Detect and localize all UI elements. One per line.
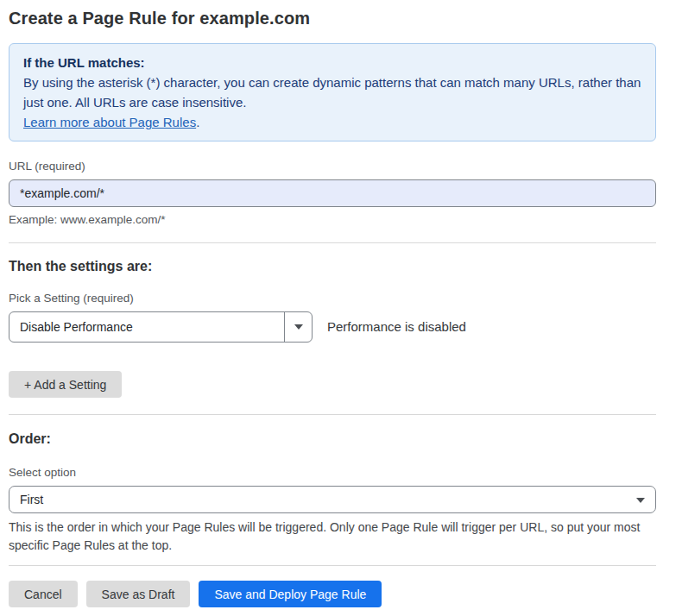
setting-status-text: Performance is disabled [327, 319, 466, 334]
url-field-label: URL (required) [9, 160, 656, 173]
pick-setting-label: Pick a Setting (required) [9, 292, 656, 305]
url-match-info-box: If the URL matches: By using the asteris… [9, 43, 656, 141]
order-helper-text: This is the order in which your Page Rul… [9, 519, 656, 555]
order-section-heading: Order: [9, 431, 656, 447]
save-and-deploy-button[interactable]: Save and Deploy Page Rule [199, 581, 382, 607]
setting-row: Disable Performance Performance is disab… [9, 311, 656, 343]
chevron-down-icon [636, 498, 645, 503]
url-input[interactable] [9, 179, 656, 207]
order-select-value: First [9, 493, 655, 506]
learn-more-page-rules-link[interactable]: Learn more about Page Rules [23, 115, 196, 129]
add-setting-button[interactable]: + Add a Setting [9, 371, 122, 398]
cancel-button[interactable]: Cancel [9, 581, 78, 607]
setting-select-value: Disable Performance [9, 320, 284, 334]
page-title: Create a Page Rule for example.com [9, 9, 656, 28]
divider-before-footer [9, 565, 656, 566]
setting-select[interactable]: Disable Performance [9, 311, 313, 343]
divider-after-settings [9, 414, 656, 415]
setting-select-arrow-cell[interactable] [284, 312, 312, 342]
info-box-heading: If the URL matches: [23, 53, 641, 72]
order-select[interactable]: First [9, 486, 656, 513]
info-box-body: By using the asterisk (*) character, you… [23, 72, 641, 112]
link-suffix-period: . [196, 115, 199, 129]
info-box-link-line: Learn more about Page Rules. [23, 112, 641, 132]
create-page-rule-panel: Create a Page Rule for example.com If th… [0, 0, 656, 607]
chevron-down-icon [294, 324, 303, 330]
url-example-helper: Example: www.example.com/* [9, 213, 656, 227]
divider-after-url [9, 242, 656, 243]
select-option-label: Select option [9, 466, 656, 480]
settings-section-heading: Then the settings are: [9, 259, 656, 274]
footer-actions: Cancel Save as Draft Save and Deploy Pag… [9, 581, 656, 607]
save-as-draft-button[interactable]: Save as Draft [86, 581, 191, 607]
